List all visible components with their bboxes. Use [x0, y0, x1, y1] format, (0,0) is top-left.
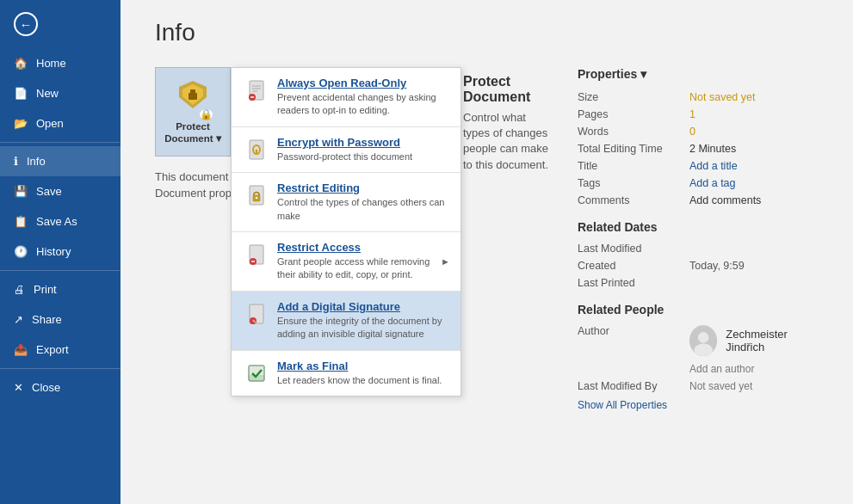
new-doc-icon: 📄	[14, 87, 28, 100]
menu-item-encrypt-title: Encrypt with Password	[277, 136, 450, 149]
sidebar-item-new[interactable]: 📄 New	[0, 78, 121, 108]
protect-heading: Protect Document	[463, 74, 552, 105]
protect-document-button[interactable]: 🔒 ProtectDocument ▾	[155, 67, 231, 157]
svg-point-26	[698, 332, 709, 343]
prop-title-value[interactable]: Add a title	[689, 160, 738, 172]
svg-rect-24	[249, 375, 264, 381]
share-icon: ↗	[14, 313, 23, 326]
restrict-editing-icon	[244, 183, 269, 207]
info-section: 🔒 ProtectDocument ▾	[155, 67, 552, 157]
menu-item-always-open-read-only[interactable]: Always Open Read-Only Prevent accidental…	[232, 68, 460, 126]
sidebar-divider-2	[0, 270, 121, 271]
menu-item-encrypt-desc: Password-protect this document	[277, 151, 450, 163]
prop-last-modified: Last Modified	[578, 243, 819, 255]
protect-desc: Protect Document Control what types of c…	[463, 74, 552, 173]
menu-item-mark-final-desc: Let readers know the document is final.	[277, 374, 450, 387]
author-row: Zechmeister Jindřich	[689, 325, 819, 356]
menu-item-encrypt-content: Encrypt with Password Password-protect t…	[277, 136, 450, 163]
sidebar-item-open[interactable]: 📂 Open	[0, 108, 121, 138]
sidebar-item-home-label: Home	[36, 57, 66, 70]
svg-rect-3	[189, 93, 197, 100]
author-info: Zechmeister Jindřich Add an author	[689, 325, 819, 375]
mark-final-icon	[244, 361, 269, 385]
menu-item-mark-final-title: Mark as Final	[277, 360, 450, 372]
prop-words-value: 0	[689, 126, 695, 138]
menu-item-restrict-editing-title: Restrict Editing	[277, 181, 450, 194]
prop-comments: Comments Add comments	[578, 194, 819, 206]
prop-created-value: Today, 9:59	[689, 260, 745, 272]
open-icon: 📂	[14, 117, 28, 130]
prop-pages-label: Pages	[578, 108, 689, 120]
sidebar-item-export-label: Export	[36, 343, 69, 356]
protect-description: Control what types of changes people can…	[463, 110, 552, 173]
menu-item-digital-signature-desc: Ensure the integrity of the document by …	[277, 315, 450, 341]
prop-author-row: Author Zechmeister Jindřich	[578, 325, 819, 375]
prop-tags-label: Tags	[578, 177, 689, 189]
sidebar-item-info[interactable]: ℹ Info	[0, 146, 121, 176]
menu-item-restrict-editing[interactable]: Restrict Editing Control the types of ch…	[232, 173, 460, 231]
sidebar-item-print[interactable]: 🖨 Print	[0, 274, 121, 304]
always-open-icon	[244, 78, 269, 102]
sidebar-item-save-as[interactable]: 📋 Save As	[0, 206, 121, 237]
sidebar-item-history[interactable]: 🕐 History	[0, 237, 121, 267]
menu-item-restrict-access-title: Restrict Access	[277, 241, 432, 254]
add-author-link[interactable]: Add an author	[689, 363, 819, 375]
menu-item-digital-signature[interactable]: ✎ Add a Digital Signature Ensure the int…	[232, 292, 460, 350]
menu-item-digital-signature-title: Add a Digital Signature	[277, 300, 450, 313]
menu-item-mark-final-content: Mark as Final Let readers know the docum…	[277, 360, 450, 387]
menu-item-digital-signature-content: Add a Digital Signature Ensure the integ…	[277, 300, 450, 341]
save-icon: 💾	[14, 185, 28, 198]
prop-comments-value: Add comments	[689, 194, 761, 206]
sidebar-item-save-label: Save	[36, 185, 62, 198]
dropdown-menu: Always Open Read-Only Prevent accidental…	[231, 67, 461, 396]
prop-editing-time: Total Editing Time 2 Minutes	[578, 143, 819, 155]
menu-item-mark-as-final[interactable]: Mark as Final Let readers know the docum…	[232, 351, 460, 396]
svg-text:✎: ✎	[252, 318, 257, 323]
sidebar-item-share[interactable]: ↗ Share	[0, 304, 121, 335]
menu-item-restrict-editing-content: Restrict Editing Control the types of ch…	[277, 181, 450, 223]
prop-size-value: Not saved yet	[689, 91, 755, 103]
sidebar-item-save-as-label: Save As	[36, 215, 77, 228]
prop-editing-time-value: 2 Minutes	[689, 143, 736, 155]
prop-pages: Pages 1	[578, 108, 819, 120]
menu-item-restrict-access-content: Restrict Access Grant people access whil…	[277, 241, 432, 282]
export-icon: 📤	[14, 343, 28, 356]
print-icon: 🖨	[14, 283, 25, 296]
prop-last-modified-by-label: Last Modified By	[578, 380, 689, 392]
back-button[interactable]: ←	[0, 0, 121, 48]
restrict-access-icon	[244, 243, 269, 267]
menu-item-restrict-access-desc: Grant people access while removing their…	[277, 255, 432, 282]
sidebar-item-export[interactable]: 📤 Export	[0, 335, 121, 365]
sidebar: ← 🏠 Home 📄 New 📂 Open ℹ Info 💾 Save 📋 Sa…	[0, 0, 121, 504]
sidebar-item-save[interactable]: 💾 Save	[0, 176, 121, 206]
protect-icon: 🔒	[176, 78, 209, 118]
prop-last-printed: Last Printed	[578, 277, 819, 289]
prop-tags: Tags Add a tag	[578, 177, 819, 189]
menu-item-encrypt-password[interactable]: Encrypt with Password Password-protect t…	[232, 127, 460, 172]
prop-comments-label: Comments	[578, 194, 689, 206]
sidebar-item-share-label: Share	[32, 313, 62, 326]
info-icon: ℹ	[14, 155, 18, 168]
menu-item-restrict-access[interactable]: Restrict Access Grant people access whil…	[232, 232, 460, 291]
prop-tags-value[interactable]: Add a tag	[689, 177, 736, 189]
prop-created: Created Today, 9:59	[578, 260, 819, 272]
prop-author-label: Author	[578, 325, 689, 375]
prop-last-modified-label: Last Modified	[578, 243, 689, 255]
encrypt-icon	[244, 138, 269, 162]
prop-editing-time-label: Total Editing Time	[578, 143, 689, 155]
properties-header[interactable]: Properties ▾	[578, 67, 819, 81]
prop-created-label: Created	[578, 260, 689, 272]
protect-area: 🔒 ProtectDocument ▾	[155, 67, 231, 157]
sidebar-item-info-label: Info	[27, 155, 46, 168]
sidebar-item-history-label: History	[36, 245, 71, 258]
prop-last-modified-by-value: Not saved yet	[689, 380, 752, 392]
sidebar-item-close[interactable]: ✕ Close	[0, 372, 121, 403]
sidebar-item-print-label: Print	[34, 283, 57, 296]
sidebar-item-home[interactable]: 🏠 Home	[0, 48, 121, 78]
avatar	[689, 325, 717, 356]
home-icon: 🏠	[14, 57, 28, 70]
menu-item-always-open-title: Always Open Read-Only	[277, 77, 450, 89]
show-all-properties-link[interactable]: Show All Properties	[578, 399, 819, 411]
related-dates: Last Modified Created Today, 9:59 Last P…	[578, 243, 819, 289]
prop-size-label: Size	[578, 91, 689, 103]
